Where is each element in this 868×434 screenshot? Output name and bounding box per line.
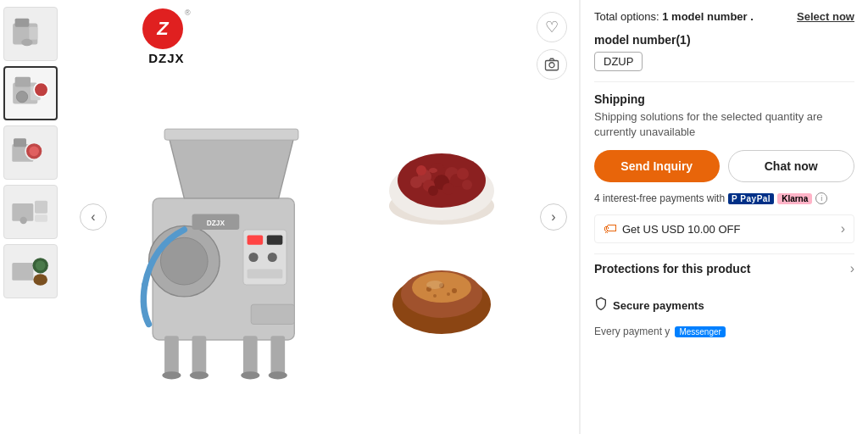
svg-point-39 [162,371,181,379]
protections-chevron-icon: › [850,261,854,276]
secure-payments-label: Secure payments [613,299,704,312]
svg-rect-10 [14,138,26,147]
thumbnail-column [0,0,68,434]
main-image-area: Z ® DZJX ♡ ‹ › [68,0,580,434]
svg-point-60 [429,168,437,173]
paypal-badge: P PayPal [728,193,774,204]
svg-rect-36 [192,336,206,375]
svg-point-41 [241,371,259,379]
svg-point-66 [452,288,457,293]
coupon-chevron-icon: › [841,221,845,236]
coupon-left: 🏷 Get US USD 10.00 OFF [604,221,740,236]
svg-point-55 [457,168,469,180]
total-options-label: Total options: 1 model number . [594,10,754,23]
svg-rect-29 [247,236,263,245]
thumbnail-4[interactable] [3,185,58,239]
svg-rect-14 [35,201,47,214]
klarna-badge: Klarna [777,193,812,204]
svg-point-56 [428,186,438,196]
wishlist-button[interactable]: ♡ [537,12,567,42]
svg-point-16 [20,217,27,224]
model-tag-dzup[interactable]: DZUP [594,52,643,71]
coupon-text: Get US USD 10.00 OFF [622,223,740,236]
action-icons: ♡ [537,12,567,80]
chat-now-button[interactable]: Chat now [728,150,855,182]
installments-row: 4 interest-free payments with P PayPal K… [594,192,854,204]
svg-rect-15 [35,214,47,221]
shipping-description: Shipping solutions for the selected quan… [594,109,854,140]
svg-rect-34 [251,304,294,324]
svg-point-22 [549,63,554,68]
installments-info-button[interactable]: i [815,192,827,204]
svg-point-54 [410,176,422,188]
select-now-link[interactable]: Select now [797,10,854,23]
svg-point-32 [267,253,276,262]
svg-text:DZJX: DZJX [206,219,225,227]
shipping-title: Shipping [594,92,854,106]
svg-point-2 [21,39,32,46]
camera-search-button[interactable] [537,49,567,80]
messenger-badge: Messenger [675,326,725,337]
right-panel: Total options: 1 model number . Select n… [580,0,868,434]
svg-rect-3 [29,27,37,40]
thumbnail-3[interactable] [3,125,58,180]
svg-point-67 [433,294,437,298]
next-image-button[interactable]: › [540,203,567,231]
every-payment-text: Every payment y [594,326,670,337]
svg-point-6 [16,92,27,103]
svg-point-68 [447,292,450,296]
svg-point-57 [442,183,454,195]
shipping-section: Shipping Shipping solutions for the sele… [594,92,854,140]
svg-rect-38 [270,336,285,375]
prev-image-button[interactable]: ‹ [80,203,107,231]
logo-registered: ® [185,8,191,17]
svg-point-69 [426,281,443,289]
thumbnail-1[interactable] [3,7,58,61]
svg-rect-17 [12,263,33,281]
svg-point-19 [36,261,46,271]
coupon-row[interactable]: 🏷 Get US USD 10.00 OFF › [594,214,854,243]
thumbnail-5[interactable] [3,244,58,298]
action-buttons: Send Inquiry Chat now [594,150,854,182]
svg-rect-35 [164,336,179,375]
protections-row[interactable]: Protections for this product › [594,253,854,283]
svg-rect-37 [243,336,258,375]
product-food-images [356,43,527,416]
svg-marker-24 [168,136,294,198]
shield-icon [594,297,608,314]
every-payment-row: Every payment y Messenger [594,324,854,337]
svg-rect-33 [247,269,282,278]
svg-point-12 [29,147,39,157]
svg-point-8 [34,83,48,97]
installments-text: 4 interest-free payments with [594,192,725,204]
svg-rect-1 [15,19,30,27]
svg-rect-30 [266,236,282,245]
secure-payments-row: Secure payments [594,293,854,314]
divider-1 [594,81,854,82]
svg-point-20 [33,274,47,285]
svg-rect-25 [164,129,298,140]
model-number-label: model number(1) [594,33,854,47]
model-number-section: model number(1) DZUP [594,33,854,71]
svg-rect-5 [15,77,31,87]
svg-point-58 [416,165,426,175]
coupon-icon: 🏷 [604,221,617,236]
svg-point-31 [248,253,258,262]
svg-point-59 [462,180,472,190]
svg-point-42 [268,371,287,379]
send-inquiry-button[interactable]: Send Inquiry [594,150,720,182]
svg-point-40 [189,371,208,379]
thumbnail-2[interactable] [3,66,58,120]
protections-title: Protections for this product [594,262,750,275]
product-images: DZJX [120,43,527,416]
main-product-image: DZJX [120,43,342,416]
total-options-row: Total options: 1 model number . Select n… [594,10,854,23]
